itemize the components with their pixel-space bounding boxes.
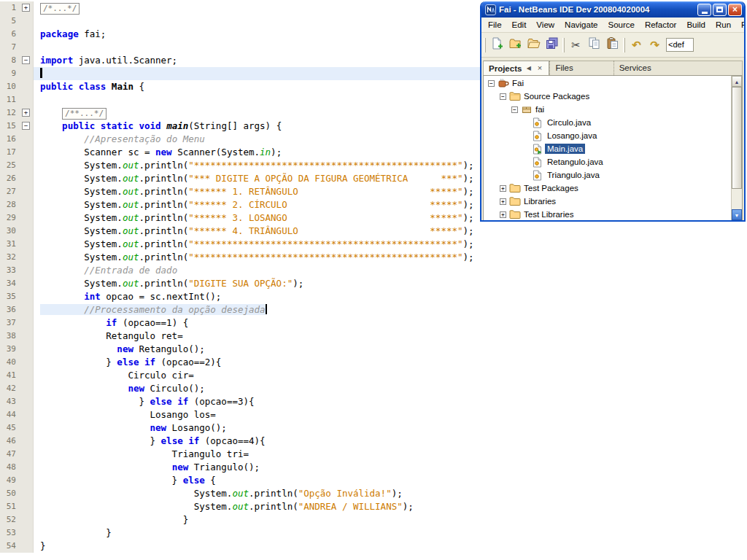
config-combo[interactable]: <def — [666, 38, 694, 52]
window-titlebar[interactable]: Fai - NetBeans IDE Dev 200804020004 × — [481, 1, 744, 18]
code-text[interactable]: package fai; — [34, 28, 481, 41]
code-line-41[interactable]: 41 Circulo cir= — [0, 369, 481, 382]
open-project-button[interactable] — [525, 36, 543, 54]
code-text[interactable]: Triangulo tri= — [34, 448, 481, 461]
code-text[interactable]: System.out.println("********************… — [34, 238, 481, 251]
code-text[interactable]: System.out.println("Opção Inválida!"); — [34, 487, 481, 500]
tree-toggle-minus-icon[interactable]: − — [511, 106, 518, 113]
code-line-32[interactable]: 32 System.out.println("*****************… — [0, 251, 481, 264]
code-text[interactable]: Losango los= — [34, 408, 481, 421]
undo-button[interactable]: ↶ — [627, 36, 646, 54]
code-text[interactable] — [34, 41, 481, 54]
menu-item-navigate[interactable]: Navigate — [560, 18, 603, 31]
code-text[interactable]: import java.util.Scanner; — [34, 54, 481, 67]
code-line-9[interactable]: 9 — [0, 67, 481, 80]
code-line-36[interactable]: 36 //Processamento da opção desejada — [0, 303, 481, 316]
code-line-30[interactable]: 30 System.out.println("****** 4. TRIÂNGU… — [0, 225, 481, 238]
code-line-38[interactable]: 38 Retangulo ret= — [0, 330, 481, 343]
tree-item-fai[interactable]: −fai — [484, 103, 731, 116]
tree-item-test-libraries[interactable]: +Test Libraries — [484, 208, 731, 221]
code-line-53[interactable]: 53 } — [0, 526, 481, 540]
code-line-26[interactable]: 26 System.out.println("*** DIGITE A OPÇÃ… — [0, 172, 481, 185]
code-line-6[interactable]: 6package fai; — [0, 28, 481, 41]
code-text[interactable]: } — [34, 513, 481, 526]
code-line-15[interactable]: 15− public static void main(String[] arg… — [0, 120, 481, 133]
code-text[interactable]: System.out.println("****** 3. LOSANGO **… — [34, 211, 481, 225]
code-line-46[interactable]: 46 } else if (opcao==4){ — [0, 435, 481, 448]
code-line-40[interactable]: 40 } else if (opcao==2){ — [0, 356, 481, 369]
code-line-12[interactable]: 12+ /**...*/ — [0, 106, 481, 120]
code-text[interactable]: System.out.println("********************… — [34, 251, 481, 264]
code-line-29[interactable]: 29 System.out.println("****** 3. LOSANGO… — [0, 211, 481, 225]
code-text[interactable]: } else if (opcao==3){ — [34, 395, 481, 408]
code-line-49[interactable]: 49 } else { — [0, 474, 481, 487]
code-text[interactable]: Retangulo ret= — [34, 330, 481, 343]
fold-minus-icon[interactable]: − — [22, 122, 30, 130]
code-text[interactable]: /**...*/ — [34, 106, 481, 120]
code-text[interactable]: Scanner sc = new Scanner(System.in); — [34, 146, 481, 159]
tree-item-retangulo-java[interactable]: Retangulo.java — [484, 155, 731, 168]
new-file-button[interactable] — [488, 36, 506, 54]
scroll-up-button[interactable]: ▲ — [732, 76, 742, 87]
code-line-11[interactable]: 11 — [0, 93, 481, 106]
code-line-27[interactable]: 27 System.out.println("****** 1. RETÂNGU… — [0, 185, 481, 198]
code-text[interactable]: new Losango(); — [34, 421, 481, 435]
code-line-50[interactable]: 50 System.out.println("Opção Inválida!")… — [0, 487, 481, 500]
tree-item-main-java[interactable]: Main.java — [484, 142, 731, 155]
code-line-33[interactable]: 33 //Entrada de dado — [0, 264, 481, 277]
code-line-8[interactable]: 8−import java.util.Scanner; — [0, 54, 481, 67]
code-line-52[interactable]: 52 } — [0, 513, 481, 526]
code-text[interactable]: new Triangulo(); — [34, 461, 481, 474]
code-text[interactable]: System.out.println("****** 1. RETÂNGULO … — [34, 185, 481, 198]
menu-item-run[interactable]: Run — [711, 18, 736, 31]
redo-button[interactable]: ↷ — [646, 36, 664, 54]
menu-item-build[interactable]: Build — [681, 18, 711, 31]
code-text[interactable]: int opcao = sc.nextInt(); — [34, 290, 481, 303]
code-text[interactable]: public static void main(String[] args) { — [34, 120, 481, 133]
tree-scrollbar[interactable]: ▲ ▼ — [731, 76, 742, 220]
code-text[interactable]: } — [34, 540, 481, 553]
tree-item-losango-java[interactable]: Losango.java — [484, 129, 731, 142]
scroll-down-button[interactable]: ▼ — [732, 209, 742, 220]
code-text[interactable]: public class Main { — [34, 80, 481, 93]
tree-item-libraries[interactable]: +Libraries — [484, 195, 731, 208]
code-line-35[interactable]: 35 int opcao = sc.nextInt(); — [0, 290, 481, 303]
code-line-25[interactable]: 25 System.out.println("*****************… — [0, 159, 481, 172]
code-text[interactable]: new Circulo(); — [34, 382, 481, 395]
code-text[interactable]: System.out.println("*** DIGITE A OPÇÃO D… — [34, 172, 481, 185]
code-text[interactable] — [34, 15, 481, 28]
code-text[interactable]: System.out.println("****** 2. CÍRCULO **… — [34, 198, 481, 211]
new-project-button[interactable] — [506, 36, 525, 54]
scroll-thumb[interactable] — [732, 87, 742, 189]
code-editor[interactable]: 1+/*...*/56package fai;78−import java.ut… — [0, 0, 481, 560]
paste-button[interactable] — [603, 36, 622, 54]
code-text[interactable]: System.out.println("DIGITE SUA OPÇÃO:"); — [34, 277, 481, 290]
tab-files[interactable]: Files — [549, 61, 578, 75]
tree-toggle-minus-icon[interactable]: − — [488, 80, 495, 87]
maximize-button[interactable] — [713, 4, 727, 16]
code-text[interactable] — [34, 67, 481, 80]
cut-button[interactable]: ✂ — [567, 36, 585, 54]
code-text[interactable]: System.out.println("ANDREA / WILLIANS"); — [34, 500, 481, 513]
code-line-1[interactable]: 1+/*...*/ — [0, 1, 481, 15]
code-text[interactable]: System.out.println("********************… — [34, 159, 481, 172]
code-line-45[interactable]: 45 new Losango(); — [0, 421, 481, 435]
tab-projects[interactable]: Projects◀× — [484, 61, 549, 75]
minimize-panel-icon[interactable]: ◀ — [525, 64, 533, 72]
code-text[interactable]: //Apresentação do Menu — [34, 133, 481, 146]
code-line-42[interactable]: 42 new Circulo(); — [0, 382, 481, 395]
code-text[interactable]: Circulo cir= — [34, 369, 481, 382]
code-line-54[interactable]: 54} — [0, 540, 481, 553]
code-line-48[interactable]: 48 new Triangulo(); — [0, 461, 481, 474]
fold-plus-icon[interactable]: + — [22, 4, 30, 12]
code-line-43[interactable]: 43 } else if (opcao==3){ — [0, 395, 481, 408]
code-text[interactable]: } — [34, 526, 481, 540]
code-line-5[interactable]: 5 — [0, 15, 481, 28]
code-text[interactable]: } else if (opcao==2){ — [34, 356, 481, 369]
menu-item-profile[interactable]: Profile — [736, 18, 744, 31]
tree-toggle-plus-icon[interactable]: + — [500, 211, 506, 218]
code-line-34[interactable]: 34 System.out.println("DIGITE SUA OPÇÃO:… — [0, 277, 481, 290]
tab-services[interactable]: Services — [614, 61, 657, 75]
code-line-37[interactable]: 37 if (opcao==1) { — [0, 316, 481, 330]
tree-item-triangulo-java[interactable]: Triangulo.java — [484, 168, 731, 182]
